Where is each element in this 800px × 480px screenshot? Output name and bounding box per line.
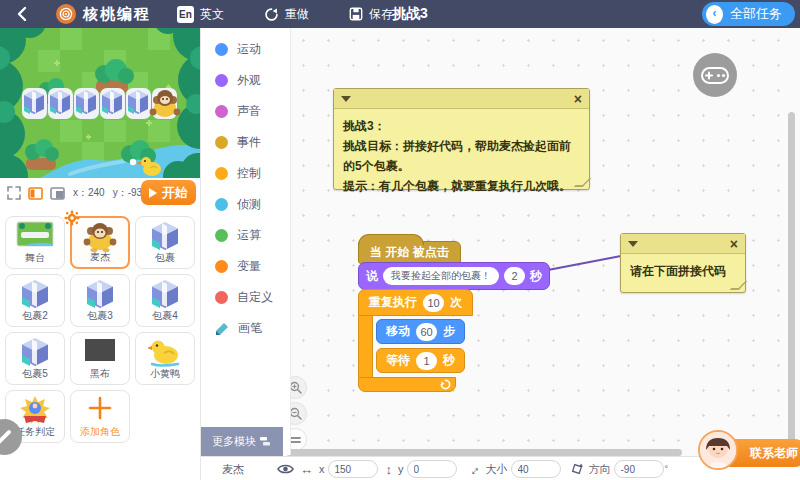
sprite-tile-package4[interactable]: 包裹4	[135, 274, 195, 327]
task-note-line: 提示：有几个包裹，就要重复执行几次哦。	[343, 176, 580, 196]
stage-scene	[0, 28, 200, 178]
save-icon	[349, 7, 363, 21]
category-looks[interactable]: 外观	[200, 65, 290, 96]
sprite-tile-duck[interactable]: 小黄鸭	[135, 332, 195, 385]
move-steps-input[interactable]: 60	[416, 323, 437, 341]
stage-thumbnail	[6, 221, 64, 247]
repeat-times-input[interactable]: 10	[423, 294, 444, 312]
say-block[interactable]: 说 我要捡起全部的包裹！ 2 秒	[358, 262, 550, 290]
task-check-thumbnail	[6, 395, 64, 425]
category-label: 运动	[237, 41, 261, 58]
stage-preview[interactable]	[0, 28, 200, 178]
horizontal-scrollbar[interactable]	[286, 449, 682, 456]
task-note-line: 挑战3：	[343, 116, 580, 136]
category-control[interactable]: 控制	[200, 158, 290, 189]
visibility-eye-icon[interactable]	[277, 463, 294, 475]
more-blocks-button[interactable]: 更多模块	[200, 427, 283, 456]
sprite-tile-package3[interactable]: 包裹3	[70, 274, 130, 327]
sprite-tile-blackcloth[interactable]: 黑布	[70, 332, 130, 385]
fullscreen-button[interactable]	[7, 186, 21, 200]
category-sensing[interactable]: 侦测	[200, 189, 290, 220]
category-motion[interactable]: 运动	[200, 34, 290, 65]
category-label: 侦测	[237, 196, 261, 213]
sensing-dot-icon	[215, 198, 228, 211]
degree-symbol: °	[665, 464, 669, 474]
size-icon: ↔	[463, 459, 483, 479]
say-label: 说	[366, 268, 378, 285]
say-text-input[interactable]: 我要捡起全部的包裹！	[383, 267, 499, 285]
large-stage-toggle-icon[interactable]	[50, 187, 65, 200]
sprite-tile-package[interactable]: 包裹	[135, 216, 195, 269]
en-badge-icon: En	[177, 6, 194, 23]
task-note: × 挑战3： 挑战目标：拼接好代码，帮助麦杰捡起面前的5个包裹。 提示：有几个包…	[333, 88, 590, 190]
maijie-thumbnail	[72, 222, 128, 252]
sprite-label: 舞台	[25, 251, 45, 265]
category-label: 控制	[237, 165, 261, 182]
task-note-header[interactable]: ×	[334, 89, 589, 109]
sprite-label: 包裹2	[22, 309, 48, 323]
hint-note-body: 请在下面拼接代码	[621, 254, 745, 288]
all-tasks-button[interactable]: ‹ 全部任务	[702, 2, 795, 26]
collapse-caret-icon[interactable]	[341, 96, 351, 102]
save-label: 保存	[369, 6, 393, 23]
y-position-input[interactable]	[407, 460, 457, 478]
start-button[interactable]: 开始	[141, 180, 196, 205]
operators-dot-icon	[215, 229, 228, 242]
sprite-tile-package5[interactable]: 包裹5	[5, 332, 65, 385]
repeat-block-footer[interactable]	[358, 377, 456, 392]
equals-icon	[290, 436, 301, 444]
add-sprite-button[interactable]: 添加角色	[70, 390, 130, 443]
sprite-label: 包裹3	[87, 309, 113, 323]
package-thumbnail	[136, 221, 194, 251]
category-operators[interactable]: 运算	[200, 220, 290, 251]
category-variables[interactable]: 变量	[200, 251, 290, 282]
category-events[interactable]: 事件	[200, 127, 290, 158]
wait-block[interactable]: 等待 1 秒	[376, 348, 465, 373]
stage-y-coordinate: y：-93	[113, 186, 142, 200]
controller-button[interactable]	[693, 53, 737, 97]
variables-dot-icon	[215, 260, 228, 273]
selected-sprite-name: 麦杰	[222, 462, 274, 477]
collapse-caret-icon[interactable]	[628, 241, 638, 247]
save-button[interactable]: 保存	[349, 6, 393, 23]
repeat-block-header[interactable]: 重复执行 10 次	[358, 289, 473, 316]
plus-icon	[71, 395, 129, 421]
back-button[interactable]	[14, 6, 30, 22]
category-sound[interactable]: 声音	[200, 96, 290, 127]
redo-button[interactable]: 重做	[264, 6, 309, 23]
wait-seconds-input[interactable]: 1	[416, 352, 437, 370]
direction-input[interactable]	[614, 460, 664, 478]
sprite-tile-maijie-selected[interactable]: 麦杰	[70, 216, 130, 269]
close-icon[interactable]: ×	[730, 237, 738, 251]
category-label: 外观	[237, 72, 261, 89]
all-tasks-label: 全部任务	[730, 5, 782, 23]
loop-arrow-icon	[440, 379, 451, 390]
hint-note-header[interactable]: ×	[621, 234, 745, 254]
move-label: 移动	[386, 323, 410, 340]
x-position-input[interactable]	[328, 460, 378, 478]
package-thumbnail	[136, 279, 194, 309]
size-input[interactable]	[511, 460, 561, 478]
small-stage-toggle-icon[interactable]	[28, 187, 43, 200]
start-label: 开始	[162, 184, 188, 202]
say-seconds-input[interactable]: 2	[504, 267, 525, 285]
task-note-line: 挑战目标：拼接好代码，帮助麦杰捡起面前的5个包裹。	[343, 136, 580, 176]
repeat-block[interactable]: 重复执行 10 次 移动 60 步 等待 1 秒	[358, 289, 473, 392]
duck-thumbnail	[136, 337, 194, 367]
move-block[interactable]: 移动 60 步	[376, 319, 465, 344]
category-custom[interactable]: 自定义	[200, 282, 290, 313]
sprite-tile-package2[interactable]: 包裹2	[5, 274, 65, 327]
sprite-tile-stage[interactable]: 舞台	[5, 216, 65, 269]
teacher-avatar[interactable]	[698, 430, 738, 470]
contact-teacher-label: 联系老师	[750, 445, 798, 462]
language-toggle-button[interactable]: En 英文	[177, 6, 224, 23]
task-note-body: 挑战3： 挑战目标：拼接好代码，帮助麦杰捡起面前的5个包裹。 提示：有几个包裹，…	[334, 109, 589, 203]
when-start-clicked-block[interactable]: 当 开始 被点击	[358, 241, 461, 264]
topbar: 核桃编程 En 英文 重做 保存 挑战3 ‹ 全部任务	[0, 0, 800, 28]
page-title: 挑战3	[392, 0, 428, 28]
category-label: 事件	[237, 134, 261, 151]
category-pen[interactable]: 画笔	[200, 313, 290, 344]
walnut-coding-app: 核桃编程 En 英文 重做 保存 挑战3 ‹ 全部任务	[0, 0, 800, 480]
close-icon[interactable]: ×	[574, 92, 582, 106]
vertical-scrollbar[interactable]	[788, 112, 795, 450]
